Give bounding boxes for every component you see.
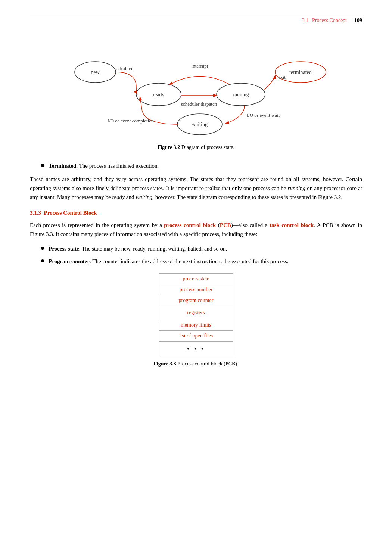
pcb-link1: process control block [164, 222, 216, 228]
svg-text:running: running [233, 92, 249, 97]
bullet-process-state-text: Process state. The state may be new, rea… [49, 245, 227, 253]
pcb-cell-dots: • • • [159, 342, 233, 357]
bullet-program-counter-text: Program counter. The counter indicates t… [49, 257, 289, 266]
svg-text:new: new [91, 69, 100, 75]
pcb-link2: task control block [270, 222, 314, 228]
svg-text:I/O or event wait: I/O or event wait [247, 112, 280, 118]
subsection-number: 3.1.3 [30, 210, 41, 216]
ps-term: Process state [49, 246, 79, 252]
terminated-bullet-list: Terminated. The process has finished exe… [41, 162, 362, 170]
pcb-row-process-state: process state [159, 274, 233, 284]
bullet-terminated-text: Terminated. The process has finished exe… [49, 162, 159, 170]
pcb-cell-ml: memory limits [159, 320, 233, 331]
header-section: 3.1 [302, 18, 309, 24]
pcb-cell-pn: process number [159, 284, 233, 295]
pcb-intro1: Each process is represented in the opera… [30, 222, 164, 228]
pcb-cell-ps: process state [159, 274, 233, 284]
pcb-row-open-files: list of open files [159, 331, 233, 342]
header-page: 109 [354, 18, 362, 24]
svg-text:exit: exit [278, 74, 286, 80]
pcb-row-registers: registers [159, 306, 233, 320]
figure-3-2-caption-text: Diagram of process state. [180, 144, 234, 150]
pcb-cell-reg: registers [159, 306, 233, 320]
terminated-rest: . The process has finished execution. [76, 163, 159, 169]
bullet-dot-ps [41, 247, 44, 250]
figure-3-2-caption: Figure 3.2 Diagram of process state. [158, 144, 234, 150]
bullet-dot-terminated [41, 164, 44, 167]
pcb-row-dots: • • • [159, 342, 233, 357]
body-para3: however. The state diagram corresponding… [154, 194, 342, 200]
pcb-bullet-list: Process state. The state may be new, rea… [41, 245, 362, 266]
pcb-link1-abbr: PCB [220, 222, 231, 228]
diagram-svg-container: new ready running terminated waiting [30, 35, 362, 139]
pc-rest: . The counter indicates the address of t… [90, 258, 288, 264]
body-running: running [288, 185, 306, 191]
figure-3-2-label: Figure 3.2 [158, 144, 180, 150]
pcb-row-memory-limits: memory limits [159, 320, 233, 331]
bullet-program-counter: Program counter. The counter indicates t… [41, 257, 362, 266]
figure-3-2: new ready running terminated waiting [30, 35, 362, 150]
body-ready: ready [112, 194, 125, 200]
body-paragraph: These names are arbitrary, and they vary… [30, 175, 362, 202]
figure-3-3-caption: Figure 3.3 Process control block (PCB). [153, 361, 238, 367]
svg-text:terminated: terminated [289, 69, 312, 75]
body-waiting: waiting, [136, 194, 154, 200]
svg-text:admitted: admitted [116, 66, 134, 71]
process-state-diagram: new ready running terminated waiting [62, 35, 330, 139]
pcb-cell-of: list of open files [159, 331, 233, 342]
subsection-title: Process Control Block [44, 210, 97, 216]
ps-rest: . The state may be new, ready, running, … [79, 246, 227, 252]
bullet-dot-pc [41, 259, 44, 262]
figure-3-3-label: Figure 3.3 [153, 361, 176, 367]
pcb-intro2: )—also called a [231, 222, 270, 228]
pc-term: Program counter [49, 258, 90, 264]
svg-text:waiting: waiting [192, 122, 208, 127]
subsection-heading-313: 3.1.3 Process Control Block [30, 210, 362, 216]
page-header: 3.1 Process Concept 109 [30, 15, 362, 24]
figure-3-3-caption-text: Process control block (PCB). [176, 361, 239, 367]
pcb-cell-pc: program counter [159, 295, 233, 306]
pcb-row-program-counter: program counter [159, 295, 233, 306]
figure-3-3: process state process number program cou… [30, 273, 362, 367]
bullet-terminated: Terminated. The process has finished exe… [41, 162, 362, 170]
body-and: and [125, 194, 136, 200]
bullet-process-state: Process state. The state may be new, rea… [41, 245, 362, 253]
header-title: Process Concept [312, 18, 347, 24]
svg-text:scheduler dispatch: scheduler dispatch [181, 101, 217, 107]
terminated-term: Terminated [49, 163, 76, 169]
svg-text:ready: ready [153, 92, 164, 97]
svg-text:I/O or event completion: I/O or event completion [108, 118, 154, 124]
pcb-intro-paragraph: Each process is represented in the opera… [30, 221, 362, 239]
pcb-table: process state process number program cou… [159, 273, 233, 357]
svg-text:interrupt: interrupt [192, 63, 208, 69]
pcb-row-process-number: process number [159, 284, 233, 295]
